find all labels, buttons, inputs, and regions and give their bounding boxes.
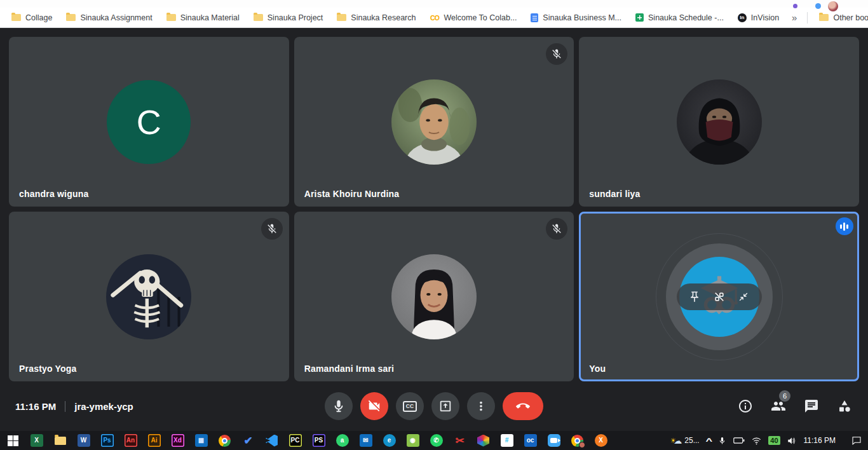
participant-tile[interactable]: C chandra wiguna	[9, 37, 289, 207]
taskbar-icons: XWPsAnAiXd▦✔PCPSa✉e◉✆✂#ocX	[1, 431, 613, 450]
illustrator-glyph: Ai	[148, 434, 161, 447]
mail-icon[interactable]: ✉	[354, 431, 377, 450]
todo-check-glyph: ✔	[242, 434, 255, 447]
tray-expand-chevron[interactable]: ^	[705, 436, 712, 446]
weather-widget[interactable]: ☀ ☁ 25...	[670, 436, 699, 446]
bookmark-label: InVision	[751, 13, 779, 22]
browser-chrome-top: CollageSinauka AssignmentSinauka Materia…	[0, 0, 868, 28]
phpstorm-icon[interactable]: PS	[307, 431, 330, 450]
chrome-profile-icon[interactable]	[566, 431, 589, 450]
adobe-xd-icon[interactable]: Xd	[166, 431, 189, 450]
browser-profile-avatar[interactable]	[828, 1, 838, 11]
ocam-glyph: oc	[524, 434, 537, 447]
self-tile[interactable]: You	[579, 212, 859, 381]
edge-icon[interactable]: e	[377, 431, 401, 450]
other-bookmarks[interactable]: Other bookmarks	[814, 11, 868, 24]
xampp-icon[interactable]: X	[589, 431, 613, 450]
bookmark-sinauka-material[interactable]: Sinauka Material	[161, 11, 248, 24]
bookmark-welcome-to-colab[interactable]: COWelcome To Colab...	[424, 11, 526, 24]
tile-hover-actions	[677, 283, 762, 310]
present-screen-button[interactable]	[431, 392, 459, 420]
meeting-code: jra-ymek-ycp	[74, 401, 133, 412]
bookmark-invision[interactable]: InInVision	[733, 11, 788, 24]
hexagon-app-icon[interactable]	[471, 431, 495, 450]
cc-icon: CC	[403, 401, 417, 412]
folder-icon	[337, 14, 346, 21]
todo-check-icon[interactable]: ✔	[236, 431, 260, 450]
bookmark-label: Sinauka Assignment	[80, 13, 152, 22]
chrome-icon[interactable]	[213, 431, 236, 450]
excel-glyph: X	[31, 434, 43, 447]
participant-grid: C chandra wiguna	[0, 28, 868, 381]
bookmarks-right-group: » Other bookmarks	[788, 11, 868, 24]
end-call-button[interactable]	[503, 392, 543, 420]
participant-tile[interactable]: Arista Khoiru Nurdina	[294, 37, 574, 207]
tray-clock[interactable]: 11:16 PM	[804, 436, 836, 445]
file-explorer-icon[interactable]	[48, 431, 72, 450]
captions-button[interactable]: CC	[396, 392, 424, 420]
camera-off-button[interactable]	[360, 392, 388, 420]
tray-mic-icon[interactable]	[718, 436, 726, 446]
tray-battery-icon[interactable]	[733, 437, 745, 444]
bookmarks-overflow-chevron[interactable]: »	[788, 12, 801, 23]
screen-camera-icon[interactable]: ◉	[401, 431, 424, 450]
participant-tile[interactable]: Prastyo Yoga	[9, 212, 289, 381]
bookmark-sinauka-schedule[interactable]: Sinauka Schedule -...	[630, 11, 733, 24]
bookmark-sinauka-assignment[interactable]: Sinauka Assignment	[61, 11, 161, 24]
activities-button[interactable]	[836, 398, 853, 414]
bookmark-collage[interactable]: Collage	[6, 11, 61, 24]
docs-icon	[531, 13, 538, 22]
screen-recorder-icon[interactable]: ✂	[448, 431, 471, 450]
battery-percent-badge[interactable]: 40	[768, 436, 780, 445]
photoshop-icon[interactable]: Ps	[95, 431, 119, 450]
cloud-icon: ☁	[674, 436, 682, 446]
sheets-icon	[635, 13, 644, 22]
minimize-icon[interactable]	[737, 290, 750, 303]
avatar-photo	[106, 254, 191, 339]
excel-icon[interactable]: X	[25, 431, 48, 450]
animate-icon[interactable]: An	[119, 431, 142, 450]
video-call-app-glyph	[548, 434, 560, 447]
slack-icon[interactable]: #	[495, 431, 519, 450]
participant-tile[interactable]: Ramandani Irma sari	[294, 212, 574, 381]
more-options-button[interactable]	[467, 392, 495, 420]
tray-wifi-icon[interactable]	[752, 437, 761, 445]
participants-button[interactable]: 6	[770, 398, 787, 414]
whatsapp-icon[interactable]: ✆	[424, 431, 448, 450]
illustrator-icon[interactable]: Ai	[142, 431, 166, 450]
pycharm-icon[interactable]: PC	[283, 431, 307, 450]
participant-name: Arista Khoiru Nurdina	[304, 189, 400, 199]
divider	[65, 401, 65, 412]
participant-tile[interactable]: sundari liya	[579, 37, 859, 207]
ocam-icon[interactable]: oc	[519, 431, 542, 450]
folder-icon	[66, 14, 76, 21]
extension-icon[interactable]	[815, 3, 821, 9]
android-app-icon[interactable]: a	[330, 431, 354, 450]
word-icon[interactable]: W	[72, 431, 95, 450]
avatar-photo	[391, 79, 477, 165]
colab-icon: CO	[430, 13, 439, 22]
vscode-icon[interactable]	[260, 431, 283, 450]
whatsapp-glyph: ✆	[430, 434, 443, 447]
bookmark-sinauka-research[interactable]: Sinauka Research	[332, 11, 424, 24]
word-glyph: W	[78, 434, 90, 447]
mic-off-icon	[261, 218, 283, 240]
bookmark-label: Sinauka Material	[180, 13, 240, 22]
bookmark-sinauka-business-m[interactable]: Sinauka Business M...	[526, 11, 630, 24]
tray-volume-icon[interactable]	[787, 437, 797, 445]
remove-tile-icon[interactable]	[713, 290, 726, 303]
action-center-icon[interactable]	[851, 436, 862, 445]
video-call-app-icon[interactable]	[542, 431, 566, 450]
chrome-profile-glyph	[571, 435, 583, 447]
mic-off-icon	[546, 43, 567, 65]
adobe-xd-glyph: Xd	[172, 434, 184, 447]
extension-icon[interactable]	[793, 4, 797, 8]
bookmark-sinauka-project[interactable]: Sinauka Project	[248, 11, 332, 24]
chat-button[interactable]	[803, 398, 820, 414]
calendar-icon[interactable]: ▦	[189, 431, 213, 450]
letter-avatar: C	[107, 80, 191, 164]
windows-start-icon[interactable]	[1, 431, 25, 450]
meeting-details-button[interactable]	[737, 398, 754, 414]
mic-button[interactable]	[325, 392, 353, 420]
pin-icon[interactable]	[688, 290, 701, 303]
